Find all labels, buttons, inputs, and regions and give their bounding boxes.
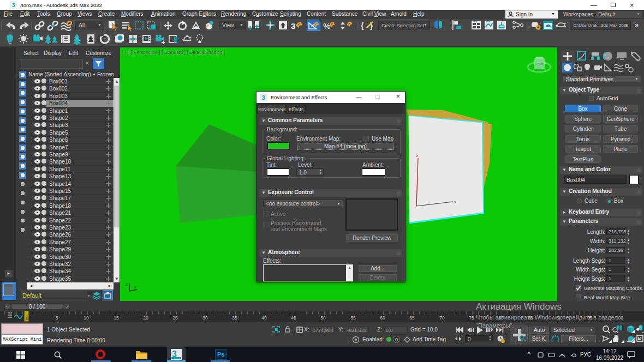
svg-text:3: 3 bbox=[291, 21, 295, 31]
svg-text:{: { bbox=[361, 21, 364, 30]
svg-text:x: x bbox=[134, 285, 136, 289]
svg-text:НОМЕ: НОМЕ bbox=[535, 63, 544, 66]
svg-text:x: x bbox=[454, 200, 456, 204]
svg-text:%: % bbox=[323, 21, 330, 31]
svg-text:3: 3 bbox=[12, 2, 15, 8]
svg-text:3: 3 bbox=[262, 94, 265, 101]
svg-text:z: z bbox=[126, 282, 128, 287]
svg-text:z: z bbox=[416, 153, 418, 158]
